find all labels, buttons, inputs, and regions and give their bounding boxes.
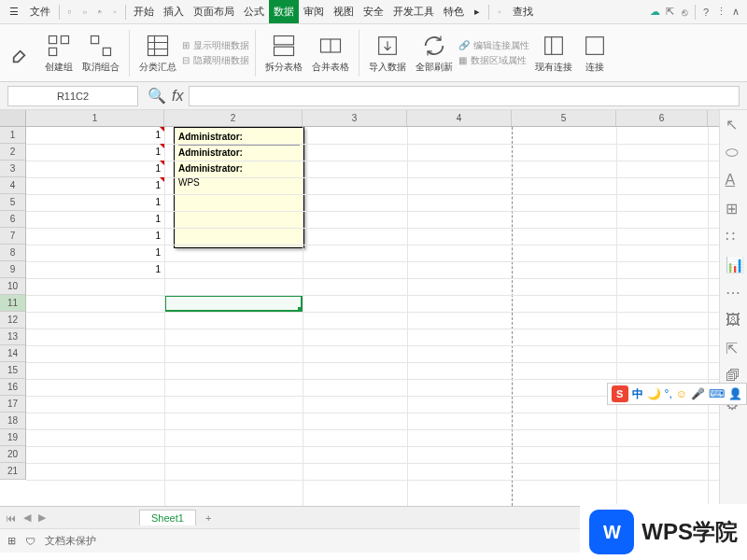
tab-data[interactable]: 数据 (269, 0, 299, 23)
tab-special[interactable]: 特色 (439, 0, 469, 23)
comment-indicator-icon[interactable] (160, 177, 164, 182)
row-header[interactable]: 21 (0, 463, 25, 480)
tab-review[interactable]: 审阅 (299, 0, 329, 23)
col-header[interactable]: 5 (512, 110, 616, 126)
import-data-button[interactable]: 导入数据 (365, 33, 410, 74)
cell-value[interactable]: 1 (26, 245, 162, 261)
cell-value[interactable]: 1 (26, 261, 162, 278)
style-icon[interactable]: A (726, 172, 742, 189)
sheet-nav-prev-icon[interactable]: ◀ (23, 511, 31, 524)
row-header[interactable]: 2 (0, 144, 25, 161)
comment-indicator-icon[interactable] (160, 144, 164, 148)
row-header[interactable]: 14 (0, 345, 25, 362)
ungroup-button[interactable]: 取消组合 (78, 33, 123, 74)
data-region-button[interactable]: ▦数据区域属性 (458, 54, 529, 67)
more1-icon[interactable]: ⋯ (726, 284, 742, 301)
open-icon[interactable] (78, 5, 92, 20)
select-obj-icon[interactable]: ⬭ (726, 144, 742, 161)
cell-value[interactable]: 1 (26, 194, 162, 211)
sheet-nav-next-icon[interactable]: ▶ (38, 511, 46, 524)
shield-icon[interactable]: 🛡 (25, 536, 35, 547)
tab-layout[interactable]: 页面布局 (189, 0, 239, 23)
row-header[interactable]: 15 (0, 362, 25, 379)
col-header[interactable]: 2 (164, 110, 303, 126)
ime-comma-icon[interactable]: °, (665, 387, 672, 400)
ime-user-icon[interactable]: 👤 (728, 387, 742, 400)
row-header[interactable]: 7 (0, 228, 25, 245)
cells[interactable]: Administrator: Administrator: Administra… (26, 127, 719, 506)
tab-dev[interactable]: 开发工具 (388, 0, 439, 23)
refresh-all-button[interactable]: 全部刷新 (412, 33, 457, 74)
tab-more-icon[interactable]: ▸ (469, 0, 486, 23)
connections-button[interactable]: 连接 (578, 33, 612, 74)
cell-value[interactable]: 1 (26, 211, 162, 228)
tab-security[interactable]: 安全 (359, 0, 388, 23)
show-detail-button[interactable]: ⊞显示明细数据 (182, 39, 249, 52)
formula-input[interactable] (189, 86, 740, 106)
create-group-button[interactable]: 创建组 (41, 33, 77, 74)
chart-icon[interactable]: 📊 (726, 256, 742, 273)
table-icon[interactable]: ⊞ (726, 200, 742, 217)
col-header[interactable]: 3 (303, 110, 407, 126)
share-icon[interactable]: ⇱ (662, 5, 677, 20)
ime-moon-icon[interactable]: 🌙 (647, 387, 661, 400)
sheet-nav-first-icon[interactable]: ⏮ (6, 512, 16, 524)
cell-value[interactable]: 1 (26, 161, 162, 177)
preview-icon[interactable] (107, 5, 122, 20)
collapse-icon[interactable]: ∧ (728, 5, 743, 20)
row-header[interactable]: 18 (0, 413, 25, 429)
add-sheet-icon[interactable]: + (205, 512, 211, 524)
sheet-tab[interactable]: Sheet1 (139, 510, 196, 525)
row-header[interactable]: 20 (0, 446, 25, 463)
cursor-icon[interactable]: ↖ (726, 116, 742, 133)
comment-indicator-icon[interactable] (160, 161, 164, 165)
row-header[interactable]: 11 (0, 295, 25, 312)
image-icon[interactable]: 🖼 (726, 312, 742, 329)
help-icon[interactable]: ? (698, 5, 713, 20)
row-header[interactable]: 3 (0, 161, 25, 177)
ime-kbd-icon[interactable]: ⌨ (709, 387, 725, 400)
select-all-corner[interactable] (0, 110, 26, 127)
cloud-icon[interactable]: ☁ (647, 5, 662, 20)
file-menu[interactable]: 文件 (24, 0, 56, 23)
row-header[interactable]: 16 (0, 379, 25, 396)
cell-value[interactable]: 1 (26, 177, 162, 194)
new-icon[interactable] (63, 5, 78, 20)
tab-insert[interactable]: 插入 (159, 0, 189, 23)
row-header[interactable]: 19 (0, 429, 25, 446)
ime-lang[interactable]: 中 (632, 386, 643, 402)
row-header[interactable]: 8 (0, 245, 25, 261)
print-icon[interactable] (92, 5, 107, 20)
row-header[interactable]: 4 (0, 177, 25, 194)
col-header[interactable]: 6 (616, 110, 708, 126)
row-header[interactable]: 17 (0, 396, 25, 413)
ime-face-icon[interactable]: ☺ (676, 387, 687, 400)
fx-search-icon[interactable]: 🔍 (148, 87, 166, 105)
row-header[interactable]: 13 (0, 329, 25, 345)
ime-mic-icon[interactable]: 🎤 (691, 387, 705, 400)
name-box[interactable]: R11C2 (7, 86, 138, 106)
row-header[interactable]: 6 (0, 211, 25, 228)
row-header[interactable]: 9 (0, 261, 25, 278)
tab-start[interactable]: 开始 (129, 0, 159, 23)
edit-conn-button[interactable]: 🔗编辑连接属性 (458, 39, 529, 52)
row-header[interactable]: 1 (0, 127, 25, 144)
hamburger-icon[interactable]: ☰ (4, 0, 24, 23)
existing-conn-button[interactable]: 现有连接 (531, 33, 576, 74)
row-header[interactable]: 12 (0, 312, 25, 329)
merge-table-button[interactable]: 合并表格 (308, 33, 353, 74)
cell-value[interactable]: 1 (26, 228, 162, 245)
search-icon[interactable] (492, 5, 507, 20)
subtotal-button[interactable]: 分类汇总 (135, 33, 180, 74)
cell-value[interactable]: 1 (26, 127, 162, 144)
ime-toolbar[interactable]: S 中 🌙 °, ☺ 🎤 ⌨ 👤 (607, 383, 747, 405)
row-header[interactable]: 10 (0, 278, 25, 295)
more-icon[interactable]: ⋮ (713, 5, 728, 20)
search-label[interactable]: 查找 (507, 0, 539, 23)
grid-mode-icon[interactable]: ⊞ (7, 535, 16, 547)
col-header[interactable]: 1 (26, 110, 164, 126)
brush-group[interactable] (6, 40, 39, 66)
tab-formula[interactable]: 公式 (239, 0, 269, 23)
hide-detail-button[interactable]: ⊟隐藏明细数据 (182, 54, 249, 67)
tab-view[interactable]: 视图 (329, 0, 359, 23)
